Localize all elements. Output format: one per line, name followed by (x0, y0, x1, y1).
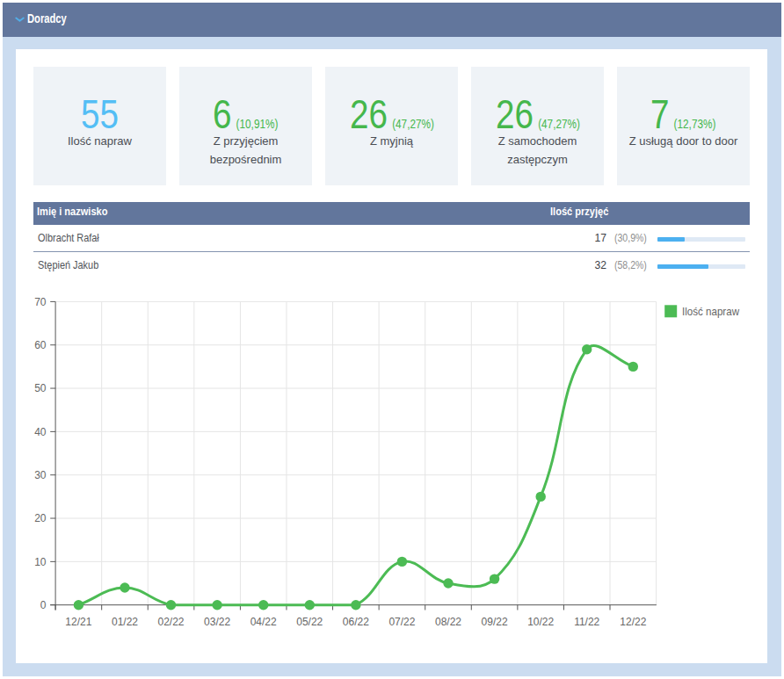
svg-text:10/22: 10/22 (527, 616, 554, 628)
svg-text:07/22: 07/22 (388, 616, 415, 628)
svg-text:12/22: 12/22 (620, 616, 646, 628)
svg-text:20: 20 (34, 512, 47, 524)
svg-text:70: 70 (34, 296, 47, 308)
svg-text:08/22: 08/22 (435, 616, 461, 628)
svg-text:Ilość napraw: Ilość napraw (682, 305, 740, 318)
svg-text:60: 60 (34, 339, 47, 351)
svg-text:10: 10 (34, 556, 47, 568)
svg-text:40: 40 (34, 426, 47, 438)
svg-text:30: 30 (34, 469, 47, 481)
svg-text:06/22: 06/22 (343, 616, 369, 628)
svg-text:03/22: 03/22 (204, 616, 230, 628)
svg-text:04/22: 04/22 (250, 616, 277, 628)
svg-text:0: 0 (40, 599, 47, 611)
svg-text:05/22: 05/22 (296, 616, 323, 628)
svg-text:01/22: 01/22 (112, 616, 138, 628)
svg-text:11/22: 11/22 (574, 616, 599, 628)
svg-text:09/22: 09/22 (482, 616, 508, 628)
svg-text:50: 50 (34, 382, 47, 394)
svg-text:12/21: 12/21 (65, 616, 91, 628)
svg-text:02/22: 02/22 (158, 616, 185, 628)
